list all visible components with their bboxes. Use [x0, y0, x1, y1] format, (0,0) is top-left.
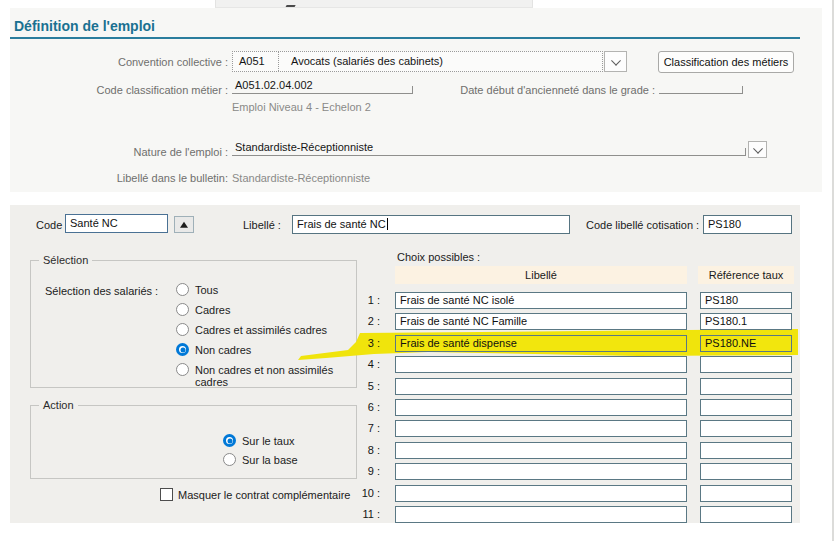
choice-libelle-cell[interactable] [395, 420, 687, 437]
choice-libelle-cell[interactable]: Frais de santé NC Famille [395, 313, 687, 330]
choice-reference-cell[interactable] [700, 463, 792, 480]
section-title: Définition de l'emploi [14, 18, 155, 34]
cotisation-panel: Code : Santé NC Libellé : Frais de santé… [10, 205, 800, 523]
emploi-niveau-text: Emploi Niveau 4 - Echelon 2 [232, 101, 371, 113]
row-number: 6 : [350, 401, 380, 413]
choice-libelle-cell[interactable] [395, 399, 687, 416]
selection-group-title: Sélection [39, 254, 92, 266]
radio-sur-la-base-label[interactable]: Sur la base [242, 454, 298, 466]
row-number: 7 : [350, 422, 380, 434]
choix-possibles-title: Choix possibles : [397, 251, 480, 263]
section-title-rule [10, 37, 800, 39]
code-cotisation-input[interactable]: PS180 [703, 215, 792, 234]
row-number: 9 : [350, 465, 380, 477]
row-number: 11 : [350, 508, 380, 520]
column-header-reference-taux: Référence taux [698, 266, 794, 284]
choice-reference-cell[interactable] [700, 399, 792, 416]
radio-tous-label[interactable]: Tous [195, 284, 218, 296]
convention-collective-label: Convention collective : [0, 56, 228, 68]
choice-reference-cell-highlighted[interactable]: PS180.NE [700, 335, 792, 352]
date-anciennete-label: Date début d'ancienneté dans le grade : [420, 84, 655, 96]
choice-libelle-cell[interactable] [395, 442, 687, 459]
chevron-down-icon [753, 143, 763, 153]
radio-non-cadres[interactable] [176, 343, 189, 356]
radio-non-cadres-non-assimiles-label[interactable]: Non cadres et non assimilés cadres [195, 364, 356, 388]
code-spinner-button[interactable] [174, 216, 194, 233]
column-header-libelle: Libellé [395, 266, 687, 284]
choice-libelle-cell[interactable] [395, 356, 687, 373]
masquer-contrat-label[interactable]: Masquer le contrat complémentaire [178, 489, 350, 501]
libelle-bulletin-label: Libellé dans le bulletin: [0, 172, 228, 184]
chevron-down-icon [611, 55, 621, 65]
row-number: 2 : [350, 315, 380, 327]
radio-cadres-assimiles-label[interactable]: Cadres et assimilés cadres [195, 324, 327, 336]
libelle-label: Libellé : [243, 219, 281, 231]
row-number: 1 : [350, 294, 380, 306]
masquer-contrat-checkbox[interactable] [160, 488, 173, 501]
choice-reference-cell[interactable] [700, 420, 792, 437]
radio-non-cadres-label[interactable]: Non cadres [195, 344, 251, 356]
choice-libelle-cell-highlighted[interactable]: Frais de santé dispense [395, 335, 687, 352]
choice-reference-cell[interactable] [700, 378, 792, 395]
date-anciennete-field[interactable] [659, 78, 743, 94]
code-classification-label: Code classification métier : [0, 84, 228, 96]
convention-name-value[interactable]: Avocats (salariés des cabinets) [291, 55, 443, 67]
radio-cadres-assimiles[interactable] [176, 323, 189, 336]
definition-section-background [10, 8, 822, 192]
radio-sur-la-base[interactable] [223, 453, 236, 466]
radio-non-cadres-non-assimiles[interactable] [176, 363, 189, 376]
window-right-edge [832, 0, 834, 541]
nature-emploi-label: Nature de l'emploi : [0, 146, 228, 158]
action-group-title: Action [39, 399, 78, 411]
choice-reference-cell[interactable]: PS180 [700, 292, 792, 309]
app-window: Définition de l'emploi Convention collec… [0, 0, 838, 541]
spinner-up-icon [180, 221, 188, 227]
choice-libelle-cell[interactable] [395, 378, 687, 395]
row-number: 4 : [350, 358, 380, 370]
row-number: 10 : [350, 487, 380, 499]
convention-collective-combo[interactable]: A051 Avocats (salariés des cabinets) [232, 51, 603, 72]
choice-libelle-cell[interactable] [395, 463, 687, 480]
code-classification-field[interactable]: A051.02.04.002 [232, 78, 413, 94]
nature-emploi-dropdown-button[interactable] [748, 141, 767, 158]
action-groupbox: Action Sur le taux Sur la base [30, 405, 357, 479]
nature-emploi-field[interactable]: Standardiste-Réceptionniste [232, 140, 746, 156]
choice-reference-cell[interactable] [700, 356, 792, 373]
code-input[interactable]: Santé NC [65, 214, 168, 233]
choice-reference-cell[interactable] [700, 485, 792, 502]
row-number: 3 : [350, 337, 380, 349]
row-number: 8 : [350, 444, 380, 456]
libelle-input-text: Frais de santé NC [297, 218, 386, 230]
libelle-input[interactable]: Frais de santé NC [292, 215, 570, 234]
convention-dropdown-button[interactable] [604, 51, 627, 72]
top-toolbar-remnant [215, 0, 533, 8]
text-caret [387, 218, 388, 230]
choice-reference-cell[interactable] [700, 442, 792, 459]
choice-libelle-cell[interactable] [395, 485, 687, 502]
choice-reference-cell[interactable] [700, 506, 792, 523]
radio-cadres[interactable] [176, 303, 189, 316]
choice-reference-cell[interactable]: PS180.1 [700, 313, 792, 330]
classification-metiers-button[interactable]: Classification des métiers [658, 51, 794, 73]
combo-separator [278, 52, 279, 71]
convention-code-value[interactable]: A051 [239, 55, 265, 67]
code-cotisation-label: Code libellé cotisation : [586, 219, 699, 231]
choice-libelle-cell[interactable] [395, 506, 687, 523]
row-number: 5 : [350, 380, 380, 392]
radio-cadres-label[interactable]: Cadres [195, 304, 230, 316]
choice-libelle-cell[interactable]: Frais de santé NC isolé [395, 292, 687, 309]
radio-sur-le-taux[interactable] [223, 434, 236, 447]
selection-salaries-label: Sélection des salariés : [45, 285, 158, 297]
selection-groupbox: Sélection Sélection des salariés : Tous … [30, 260, 357, 388]
libelle-bulletin-value: Standardiste-Réceptionniste [232, 172, 370, 184]
radio-sur-le-taux-label[interactable]: Sur le taux [242, 435, 295, 447]
code-label: Code : [36, 219, 68, 231]
radio-tous[interactable] [176, 283, 189, 296]
